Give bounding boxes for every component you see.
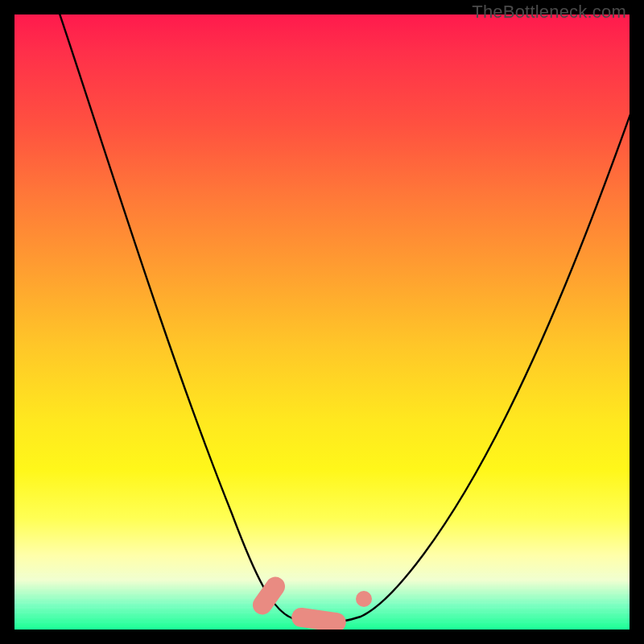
curve-path [59,14,630,623]
plot-area [14,14,630,630]
bottleneck-curve [14,14,630,630]
watermark-text: TheBottleneck.com [472,2,626,23]
outer-frame: TheBottleneck.com [0,0,644,644]
bottom-pill-marker [291,606,348,630]
right-dot-marker [356,591,372,607]
svg-rect-1 [291,606,348,630]
